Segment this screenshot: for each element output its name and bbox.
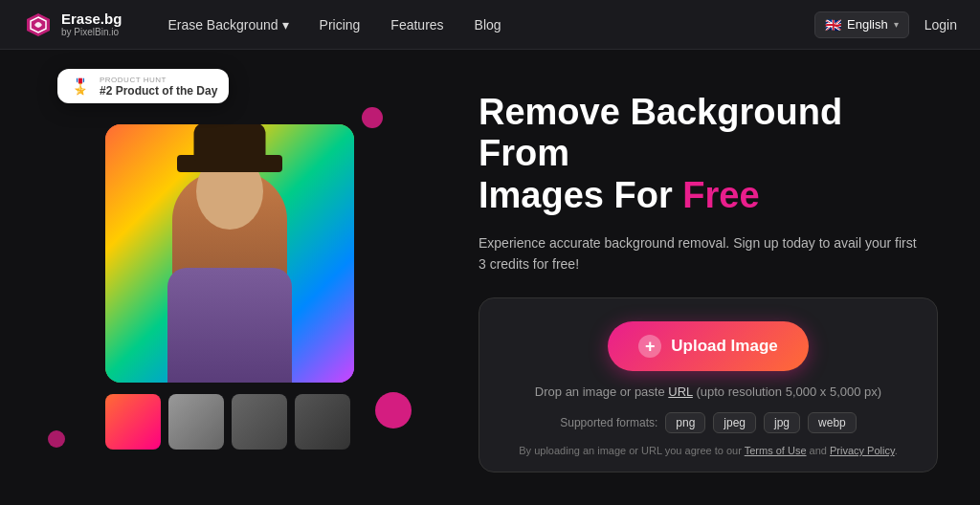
nav-right: 🇬🇧 English ▾ Login <box>814 11 957 38</box>
deco-circle-2 <box>362 107 383 128</box>
language-label: English <box>847 17 888 32</box>
ph-title: #2 Product of the Day <box>100 84 217 98</box>
upload-button-label: Upload Image <box>671 337 777 356</box>
terms-of-use-link[interactable]: Terms of Use <box>745 445 807 456</box>
nav-pricing[interactable]: Pricing <box>320 17 361 33</box>
formats-row: Supported formats: png jpeg jpg webp <box>502 412 914 433</box>
logo[interactable]: Erase.bg by PixelBin.io <box>23 10 122 40</box>
flag-icon: 🇬🇧 <box>825 17 841 33</box>
plus-icon: + <box>638 335 661 358</box>
language-selector[interactable]: 🇬🇧 English ▾ <box>814 11 909 38</box>
main-image-frame <box>105 124 354 383</box>
privacy-policy-link[interactable]: Privacy Policy <box>830 445 895 456</box>
navbar: Erase.bg by PixelBin.io Erase Background… <box>0 0 980 50</box>
logo-title: Erase.bg <box>61 11 122 28</box>
main-headline: Remove Background From Images For Free <box>479 92 942 217</box>
medal-icon: 🎖️ <box>69 75 92 98</box>
format-jpg: jpg <box>764 412 800 433</box>
login-button[interactable]: Login <box>924 17 957 33</box>
format-png: png <box>665 412 705 433</box>
subtext: Experience accurate background removal. … <box>479 232 919 275</box>
thumb-2[interactable] <box>168 394 224 450</box>
nav-blog[interactable]: Blog <box>475 17 501 33</box>
thumb-1[interactable] <box>105 394 161 450</box>
right-panel: Remove Background From Images For Free E… <box>459 50 980 505</box>
thumbnail-strip <box>105 394 354 450</box>
drop-hint: Drop an image or paste URL (upto resolut… <box>502 384 914 399</box>
format-webp: webp <box>808 412 857 433</box>
thumb-3[interactable] <box>232 394 287 450</box>
upload-image-button[interactable]: + Upload Image <box>608 321 808 371</box>
ph-label: PRODUCT HUNT <box>100 76 217 84</box>
left-panel: 🎖️ PRODUCT HUNT #2 Product of the Day <box>0 50 459 505</box>
main-image-area <box>105 124 354 450</box>
chevron-down-icon: ▾ <box>282 17 289 33</box>
format-jpeg: jpeg <box>713 412 756 433</box>
upload-area: + Upload Image Drop an image or paste UR… <box>479 297 938 472</box>
nav-erase-background[interactable]: Erase Background ▾ <box>167 17 288 33</box>
logo-sub: by PixelBin.io <box>61 27 122 37</box>
thumb-4[interactable] <box>295 394 350 450</box>
deco-circle-4 <box>48 430 65 448</box>
deco-circle-3 <box>375 392 412 428</box>
nav-links: Erase Background ▾ Pricing Features Blog <box>167 17 814 33</box>
nav-features[interactable]: Features <box>390 17 443 33</box>
product-hunt-badge[interactable]: 🎖️ PRODUCT HUNT #2 Product of the Day <box>57 69 229 103</box>
main-content: 🎖️ PRODUCT HUNT #2 Product of the Day <box>0 50 980 505</box>
formats-label: Supported formats: <box>560 416 657 429</box>
chevron-down-icon: ▾ <box>894 19 899 30</box>
url-link: URL <box>668 384 693 399</box>
tos-text: By uploading an image or URL you agree t… <box>502 445 914 456</box>
